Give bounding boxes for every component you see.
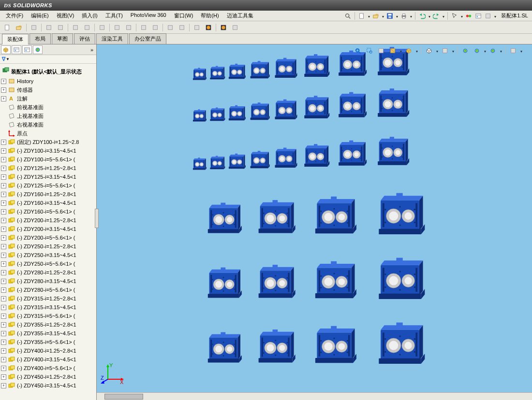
gearbox-model[interactable] xyxy=(191,157,207,172)
edit-icon-dropdown[interactable] xyxy=(494,13,496,19)
component-node[interactable]: +(-) ZDY315-i=3.15~4.5<1 xyxy=(0,303,96,312)
save-icon[interactable] xyxy=(386,12,394,20)
tree-node-sensor-icon[interactable]: +传感器 xyxy=(0,86,96,94)
gearbox-model[interactable] xyxy=(372,254,428,306)
gearbox-model[interactable] xyxy=(226,152,247,172)
gearbox-model[interactable] xyxy=(372,319,428,371)
component-node[interactable]: +(-) ZDY250-i=3.15~4.5<1 xyxy=(0,251,96,259)
block-icon[interactable] xyxy=(165,22,176,33)
menu-1[interactable]: 编辑(E) xyxy=(27,11,53,20)
filter-icon[interactable]: ∇ xyxy=(2,56,5,62)
component-node[interactable]: +(-) ZDY355-i=3.15~4.5<1 xyxy=(0,329,96,338)
view-settings-icon-dropdown[interactable] xyxy=(520,48,522,54)
select-icon-dropdown[interactable] xyxy=(460,13,463,19)
component-node[interactable]: +(-) ZDY160-i=5~5.6<1> ( xyxy=(0,207,96,216)
gearbox-model[interactable] xyxy=(372,189,428,241)
expand-icon[interactable]: + xyxy=(1,96,6,101)
print-icon[interactable] xyxy=(400,12,408,20)
component-node[interactable]: +(-) ZDY355-i=5~5.6<1> ( xyxy=(0,338,96,346)
rebuild-traffic-icon[interactable] xyxy=(465,12,473,20)
menu-7[interactable]: 帮助(H) xyxy=(197,11,222,20)
expand-icon[interactable]: + xyxy=(1,261,6,267)
hide-show-icon[interactable] xyxy=(440,46,450,55)
hide-show-icon-dropdown[interactable] xyxy=(452,48,454,54)
new-icon[interactable] xyxy=(2,22,13,33)
expand-icon[interactable]: + xyxy=(1,227,6,232)
component-node[interactable]: +(-) ZDY125-i=3.15~4.5<1 xyxy=(0,172,96,181)
component-node[interactable]: +(-) ZDY450-i=3.15~4.5<1 xyxy=(0,381,96,390)
gearbox-model[interactable] xyxy=(226,104,247,124)
component-node[interactable]: +(-) ZDY280-i=5~5.6<1> ( xyxy=(0,286,96,294)
gearbox-model[interactable] xyxy=(272,98,298,123)
expand-icon[interactable]: + xyxy=(1,166,6,171)
display-style-icon[interactable] xyxy=(424,46,434,55)
redo-icon[interactable] xyxy=(432,12,440,20)
gearbox-model[interactable] xyxy=(191,67,207,83)
expand-icon[interactable]: + xyxy=(1,366,6,371)
gearbox-model[interactable] xyxy=(272,146,298,171)
component-node[interactable]: +(-) ZDY450-i=1.25~2.8<1 xyxy=(0,372,96,381)
expand-icon[interactable]: + xyxy=(1,79,6,84)
component-node[interactable]: +(-) ZDY200-i=5~5.6<1> ( xyxy=(0,233,96,242)
gearbox-model[interactable] xyxy=(335,138,369,170)
menu-4[interactable]: 工具(T) xyxy=(102,11,127,20)
gearbox-model[interactable] xyxy=(253,262,297,303)
redo-icon-dropdown[interactable] xyxy=(442,13,444,19)
gearbox-model[interactable] xyxy=(191,108,207,124)
options-icon[interactable] xyxy=(474,12,482,20)
gearbox-model[interactable] xyxy=(335,90,369,122)
component-node[interactable]: +(-) ZDY355-i=1.25~2.8<1 xyxy=(0,320,96,329)
expand-icon[interactable]: + xyxy=(1,270,6,275)
expand-icon[interactable]: + xyxy=(1,183,6,188)
folder-out-icon[interactable] xyxy=(82,22,92,33)
expand-icon[interactable]: + xyxy=(1,218,6,223)
gearbox-model[interactable] xyxy=(203,200,244,238)
view-orient-icon[interactable] xyxy=(404,46,414,55)
component-node[interactable]: +(-) ZDY100-i=3.15~4.5<1 xyxy=(0,146,96,155)
tree-icon[interactable] xyxy=(112,22,122,33)
expand-icon[interactable]: + xyxy=(1,296,6,301)
component-node[interactable]: +(-) ZDY400-i=1.25~2.8<1 xyxy=(0,346,96,355)
component-node[interactable]: +(固定) ZDY100-i=1.25~2.8 xyxy=(0,138,96,146)
property-icon[interactable] xyxy=(12,45,21,54)
gearbox-model[interactable] xyxy=(203,329,244,368)
folder-in-icon[interactable] xyxy=(70,22,81,33)
component-node[interactable]: +(-) ZDY200-i=1.25~2.8<1 xyxy=(0,216,96,225)
expand-icon[interactable]: + xyxy=(1,235,6,241)
gearbox-model[interactable] xyxy=(272,56,298,82)
component-node[interactable]: +(-) ZDY125-i=5~5.6<1> ( xyxy=(0,181,96,190)
tree-node-origin-icon[interactable]: 原点 xyxy=(0,129,96,138)
expand-icon[interactable]: + xyxy=(1,305,6,310)
scrollbar-thumb[interactable] xyxy=(104,394,143,400)
gearbox-model[interactable] xyxy=(310,193,359,240)
new-doc-icon[interactable] xyxy=(358,12,366,20)
save-icon-dropdown[interactable] xyxy=(396,13,398,19)
gearbox-model[interactable] xyxy=(373,86,411,122)
render2-icon[interactable] xyxy=(218,22,229,33)
expand-icon[interactable]: + xyxy=(1,244,6,249)
tree-root[interactable]: 装配体1 (默认<默认_显示状态 xyxy=(0,65,96,77)
expand-icon[interactable]: + xyxy=(1,279,6,284)
zoom-area-icon[interactable] xyxy=(365,46,374,55)
command-tab-0[interactable]: 装配体 xyxy=(2,34,29,44)
appearance-icon[interactable] xyxy=(472,46,482,55)
expand-icon[interactable]: + xyxy=(1,87,6,93)
prev-view-icon[interactable] xyxy=(376,46,386,55)
expand-icon[interactable]: + xyxy=(1,322,6,328)
expand-icon[interactable]: + xyxy=(1,287,6,293)
view-orient-icon-dropdown[interactable] xyxy=(415,48,418,54)
tree-node-annotation-icon[interactable]: +A注解 xyxy=(0,94,96,103)
zoom-fit-icon[interactable] xyxy=(353,46,363,55)
gearbox-model[interactable] xyxy=(248,59,271,82)
menu-6[interactable]: 窗口(W) xyxy=(170,11,197,20)
panel-expand-icon[interactable]: » xyxy=(89,47,95,53)
unmate-icon[interactable] xyxy=(192,22,202,33)
expand-icon[interactable]: + xyxy=(1,340,6,345)
section-icon-dropdown[interactable] xyxy=(399,48,402,54)
config-icon[interactable] xyxy=(22,45,32,54)
expand-icon[interactable]: + xyxy=(1,348,6,354)
gearbox-model[interactable] xyxy=(253,197,297,239)
gearbox-model[interactable] xyxy=(301,94,331,122)
gearbox-model[interactable] xyxy=(373,134,411,170)
select-icon[interactable] xyxy=(451,12,458,20)
